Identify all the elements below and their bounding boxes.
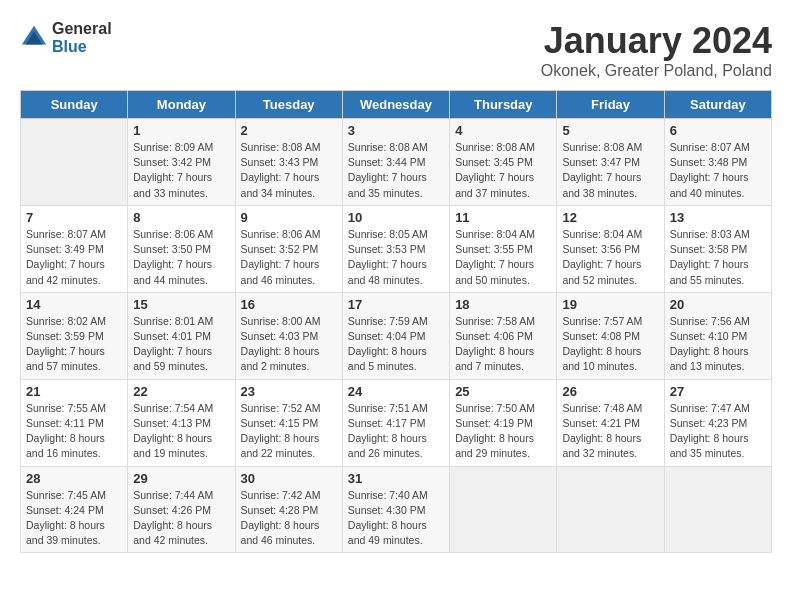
day-info: Sunrise: 8:04 AMSunset: 3:55 PMDaylight:… <box>455 227 551 288</box>
calendar-cell: 11Sunrise: 8:04 AMSunset: 3:55 PMDayligh… <box>450 205 557 292</box>
day-info: Sunrise: 8:04 AMSunset: 3:56 PMDaylight:… <box>562 227 658 288</box>
day-number: 25 <box>455 384 551 399</box>
day-info: Sunrise: 8:08 AMSunset: 3:45 PMDaylight:… <box>455 140 551 201</box>
day-info: Sunrise: 7:55 AMSunset: 4:11 PMDaylight:… <box>26 401 122 462</box>
day-number: 11 <box>455 210 551 225</box>
day-info: Sunrise: 8:07 AMSunset: 3:48 PMDaylight:… <box>670 140 766 201</box>
calendar-cell: 4Sunrise: 8:08 AMSunset: 3:45 PMDaylight… <box>450 119 557 206</box>
day-info: Sunrise: 8:08 AMSunset: 3:43 PMDaylight:… <box>241 140 337 201</box>
logo: General Blue <box>20 20 112 55</box>
day-number: 9 <box>241 210 337 225</box>
calendar-cell: 22Sunrise: 7:54 AMSunset: 4:13 PMDayligh… <box>128 379 235 466</box>
calendar-cell: 6Sunrise: 8:07 AMSunset: 3:48 PMDaylight… <box>664 119 771 206</box>
day-of-week-header: Wednesday <box>342 91 449 119</box>
calendar-cell: 20Sunrise: 7:56 AMSunset: 4:10 PMDayligh… <box>664 292 771 379</box>
calendar-cell: 10Sunrise: 8:05 AMSunset: 3:53 PMDayligh… <box>342 205 449 292</box>
day-number: 3 <box>348 123 444 138</box>
calendar-week-row: 7Sunrise: 8:07 AMSunset: 3:49 PMDaylight… <box>21 205 772 292</box>
calendar-cell <box>450 466 557 553</box>
calendar-cell: 24Sunrise: 7:51 AMSunset: 4:17 PMDayligh… <box>342 379 449 466</box>
day-of-week-header: Tuesday <box>235 91 342 119</box>
day-info: Sunrise: 7:52 AMSunset: 4:15 PMDaylight:… <box>241 401 337 462</box>
main-title: January 2024 <box>541 20 772 62</box>
calendar-cell: 17Sunrise: 7:59 AMSunset: 4:04 PMDayligh… <box>342 292 449 379</box>
day-info: Sunrise: 7:47 AMSunset: 4:23 PMDaylight:… <box>670 401 766 462</box>
day-of-week-header: Saturday <box>664 91 771 119</box>
calendar-cell: 9Sunrise: 8:06 AMSunset: 3:52 PMDaylight… <box>235 205 342 292</box>
day-info: Sunrise: 8:06 AMSunset: 3:52 PMDaylight:… <box>241 227 337 288</box>
logo-text: General Blue <box>52 20 112 55</box>
calendar-cell: 15Sunrise: 8:01 AMSunset: 4:01 PMDayligh… <box>128 292 235 379</box>
calendar-cell: 7Sunrise: 8:07 AMSunset: 3:49 PMDaylight… <box>21 205 128 292</box>
day-number: 24 <box>348 384 444 399</box>
logo-blue-text: Blue <box>52 38 112 56</box>
day-of-week-header: Thursday <box>450 91 557 119</box>
day-number: 19 <box>562 297 658 312</box>
calendar-cell: 27Sunrise: 7:47 AMSunset: 4:23 PMDayligh… <box>664 379 771 466</box>
calendar-cell: 8Sunrise: 8:06 AMSunset: 3:50 PMDaylight… <box>128 205 235 292</box>
day-info: Sunrise: 8:08 AMSunset: 3:47 PMDaylight:… <box>562 140 658 201</box>
day-info: Sunrise: 8:07 AMSunset: 3:49 PMDaylight:… <box>26 227 122 288</box>
calendar-cell: 13Sunrise: 8:03 AMSunset: 3:58 PMDayligh… <box>664 205 771 292</box>
day-number: 2 <box>241 123 337 138</box>
calendar-cell: 26Sunrise: 7:48 AMSunset: 4:21 PMDayligh… <box>557 379 664 466</box>
logo-icon <box>20 24 48 52</box>
calendar-cell: 3Sunrise: 8:08 AMSunset: 3:44 PMDaylight… <box>342 119 449 206</box>
page-header: General Blue January 2024 Okonek, Greate… <box>20 20 772 80</box>
title-block: January 2024 Okonek, Greater Poland, Pol… <box>541 20 772 80</box>
day-number: 15 <box>133 297 229 312</box>
day-of-week-header: Friday <box>557 91 664 119</box>
day-info: Sunrise: 8:03 AMSunset: 3:58 PMDaylight:… <box>670 227 766 288</box>
calendar-cell <box>664 466 771 553</box>
day-number: 28 <box>26 471 122 486</box>
calendar-cell <box>557 466 664 553</box>
day-info: Sunrise: 7:48 AMSunset: 4:21 PMDaylight:… <box>562 401 658 462</box>
day-info: Sunrise: 8:06 AMSunset: 3:50 PMDaylight:… <box>133 227 229 288</box>
day-number: 12 <box>562 210 658 225</box>
calendar-cell: 30Sunrise: 7:42 AMSunset: 4:28 PMDayligh… <box>235 466 342 553</box>
day-info: Sunrise: 7:54 AMSunset: 4:13 PMDaylight:… <box>133 401 229 462</box>
day-info: Sunrise: 7:58 AMSunset: 4:06 PMDaylight:… <box>455 314 551 375</box>
day-number: 4 <box>455 123 551 138</box>
day-number: 10 <box>348 210 444 225</box>
day-info: Sunrise: 7:57 AMSunset: 4:08 PMDaylight:… <box>562 314 658 375</box>
day-info: Sunrise: 7:42 AMSunset: 4:28 PMDaylight:… <box>241 488 337 549</box>
calendar-cell: 14Sunrise: 8:02 AMSunset: 3:59 PMDayligh… <box>21 292 128 379</box>
calendar-cell: 19Sunrise: 7:57 AMSunset: 4:08 PMDayligh… <box>557 292 664 379</box>
day-number: 6 <box>670 123 766 138</box>
day-number: 13 <box>670 210 766 225</box>
calendar-cell: 31Sunrise: 7:40 AMSunset: 4:30 PMDayligh… <box>342 466 449 553</box>
day-info: Sunrise: 8:09 AMSunset: 3:42 PMDaylight:… <box>133 140 229 201</box>
calendar-cell: 21Sunrise: 7:55 AMSunset: 4:11 PMDayligh… <box>21 379 128 466</box>
calendar-week-row: 21Sunrise: 7:55 AMSunset: 4:11 PMDayligh… <box>21 379 772 466</box>
day-number: 26 <box>562 384 658 399</box>
calendar-cell: 1Sunrise: 8:09 AMSunset: 3:42 PMDaylight… <box>128 119 235 206</box>
day-info: Sunrise: 7:50 AMSunset: 4:19 PMDaylight:… <box>455 401 551 462</box>
day-number: 21 <box>26 384 122 399</box>
day-info: Sunrise: 8:02 AMSunset: 3:59 PMDaylight:… <box>26 314 122 375</box>
calendar-cell: 28Sunrise: 7:45 AMSunset: 4:24 PMDayligh… <box>21 466 128 553</box>
day-number: 30 <box>241 471 337 486</box>
calendar-week-row: 28Sunrise: 7:45 AMSunset: 4:24 PMDayligh… <box>21 466 772 553</box>
calendar-cell: 18Sunrise: 7:58 AMSunset: 4:06 PMDayligh… <box>450 292 557 379</box>
day-info: Sunrise: 8:01 AMSunset: 4:01 PMDaylight:… <box>133 314 229 375</box>
day-number: 5 <box>562 123 658 138</box>
calendar-cell <box>21 119 128 206</box>
day-info: Sunrise: 8:00 AMSunset: 4:03 PMDaylight:… <box>241 314 337 375</box>
day-number: 14 <box>26 297 122 312</box>
day-info: Sunrise: 8:05 AMSunset: 3:53 PMDaylight:… <box>348 227 444 288</box>
day-number: 7 <box>26 210 122 225</box>
calendar-cell: 16Sunrise: 8:00 AMSunset: 4:03 PMDayligh… <box>235 292 342 379</box>
day-number: 22 <box>133 384 229 399</box>
subtitle: Okonek, Greater Poland, Poland <box>541 62 772 80</box>
day-info: Sunrise: 8:08 AMSunset: 3:44 PMDaylight:… <box>348 140 444 201</box>
day-info: Sunrise: 7:59 AMSunset: 4:04 PMDaylight:… <box>348 314 444 375</box>
calendar-week-row: 14Sunrise: 8:02 AMSunset: 3:59 PMDayligh… <box>21 292 772 379</box>
day-number: 8 <box>133 210 229 225</box>
calendar-cell: 2Sunrise: 8:08 AMSunset: 3:43 PMDaylight… <box>235 119 342 206</box>
day-number: 18 <box>455 297 551 312</box>
day-of-week-header: Sunday <box>21 91 128 119</box>
calendar-cell: 23Sunrise: 7:52 AMSunset: 4:15 PMDayligh… <box>235 379 342 466</box>
calendar-header-row: SundayMondayTuesdayWednesdayThursdayFrid… <box>21 91 772 119</box>
day-of-week-header: Monday <box>128 91 235 119</box>
